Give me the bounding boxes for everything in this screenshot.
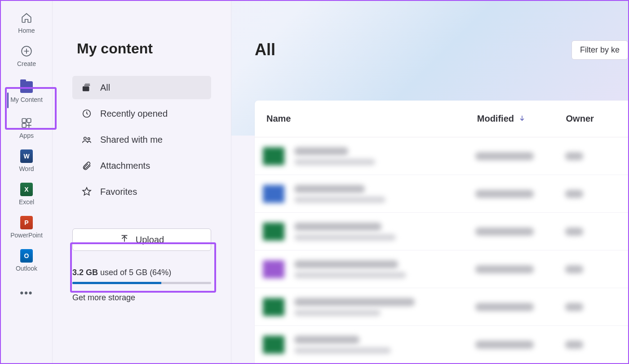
nav-recent-label: Recently opened	[100, 109, 168, 119]
rail-word[interactable]: W Word	[1, 145, 52, 178]
nav-all[interactable]: All	[72, 76, 211, 99]
row-name-cell	[284, 336, 475, 354]
row-owner-cell	[565, 265, 628, 273]
nav-recently-opened[interactable]: Recently opened	[72, 102, 211, 125]
document-type-icon	[263, 260, 284, 278]
table-row[interactable]	[255, 288, 628, 326]
svg-point-5	[84, 137, 87, 140]
storage-total: 5 GB	[129, 268, 147, 277]
rail-apps-label: Apps	[19, 132, 34, 139]
ellipsis-icon: •••	[20, 287, 33, 299]
nav-shared-label: Shared with me	[100, 135, 163, 145]
row-owner-cell	[565, 303, 628, 311]
rail-my-content[interactable]: My Content	[1, 73, 52, 111]
row-modified-cell	[475, 265, 565, 273]
rail-create-label: Create	[17, 60, 36, 67]
row-modified-cell	[475, 152, 565, 160]
storage-used: 3.2 GB	[72, 268, 98, 277]
people-icon	[81, 134, 92, 145]
upload-button[interactable]: Upload	[72, 228, 211, 251]
sidebar-title: My content	[63, 40, 220, 57]
nav-favorites-label: Favorites	[100, 187, 137, 197]
storage-percent: (64%)	[150, 268, 171, 277]
main-content: All Filter by ke Name Modified Owner	[231, 1, 628, 363]
row-owner-cell	[565, 341, 628, 349]
rail-apps[interactable]: Apps	[1, 111, 52, 145]
powerpoint-app-icon: P	[20, 216, 33, 229]
nav-favorites[interactable]: Favorites	[72, 180, 211, 203]
upload-arrow-icon	[120, 234, 129, 246]
home-icon	[20, 12, 33, 24]
document-type-icon	[263, 147, 284, 165]
column-modified-label: Modified	[477, 114, 514, 124]
content-sidebar: My content All Recently opened Shared wi…	[53, 1, 231, 363]
file-table: Name Modified Owner	[255, 101, 628, 363]
rail-active-indicator	[7, 92, 9, 108]
apps-icon	[20, 117, 33, 129]
table-row[interactable]	[255, 326, 628, 363]
excel-app-icon: X	[20, 183, 33, 196]
row-name-cell	[284, 298, 475, 316]
table-row[interactable]	[255, 213, 628, 250]
row-owner-cell	[565, 152, 628, 160]
svg-rect-2	[27, 118, 31, 123]
document-type-icon	[263, 185, 284, 203]
storage-section: 3.2 GB used of 5 GB (64%) Get more stora…	[63, 268, 220, 303]
table-row[interactable]	[255, 137, 628, 175]
plus-circle-icon	[20, 45, 33, 57]
column-owner[interactable]: Owner	[566, 114, 628, 124]
rail-create[interactable]: Create	[1, 39, 52, 73]
row-modified-cell	[475, 228, 565, 236]
attachment-icon	[81, 160, 92, 171]
storage-text: 3.2 GB used of 5 GB (64%)	[72, 268, 211, 277]
document-type-icon	[263, 298, 284, 316]
row-modified-cell	[475, 341, 565, 349]
svg-point-6	[88, 138, 90, 140]
folder-icon	[20, 81, 33, 93]
storage-progress	[72, 282, 211, 284]
nav-shared-with-me[interactable]: Shared with me	[72, 128, 211, 151]
row-owner-cell	[565, 190, 628, 198]
rail-excel[interactable]: X Excel	[1, 178, 52, 211]
document-type-icon	[263, 223, 284, 241]
nav-all-label: All	[100, 83, 110, 93]
filter-button[interactable]: Filter by ke	[571, 40, 628, 60]
upload-button-label: Upload	[136, 235, 164, 245]
storage-progress-fill	[72, 282, 161, 284]
row-name-cell	[284, 147, 475, 165]
nav-attachments-label: Attachments	[100, 161, 150, 171]
stack-icon	[81, 82, 92, 93]
rail-outlook-label: Outlook	[16, 265, 37, 272]
rail-powerpoint-label: PowerPoint	[10, 232, 43, 239]
rail-powerpoint[interactable]: P PowerPoint	[1, 211, 52, 244]
document-type-icon	[263, 336, 284, 354]
sort-descending-icon	[518, 114, 526, 124]
app-rail: Home Create My Content Apps W Word X Ex	[1, 1, 53, 363]
svg-rect-1	[22, 118, 26, 123]
rail-word-label: Word	[19, 165, 34, 172]
row-name-cell	[284, 185, 475, 203]
row-name-cell	[284, 260, 475, 278]
outlook-app-icon: O	[20, 250, 33, 262]
rail-outlook[interactable]: O Outlook	[1, 244, 52, 277]
clock-icon	[81, 108, 92, 119]
star-icon	[81, 186, 92, 197]
word-app-icon: W	[20, 150, 33, 162]
rail-home-label: Home	[18, 27, 35, 34]
row-owner-cell	[565, 228, 628, 236]
column-name[interactable]: Name	[255, 114, 477, 124]
main-heading: All	[255, 40, 275, 59]
column-modified[interactable]: Modified	[477, 114, 566, 124]
row-modified-cell	[475, 190, 565, 198]
table-row[interactable]	[255, 250, 628, 288]
storage-used-of: used of	[98, 268, 129, 277]
sidebar-nav: All Recently opened Shared with me Attac…	[63, 76, 220, 203]
rail-more[interactable]: •••	[1, 282, 52, 304]
rail-home[interactable]: Home	[1, 6, 52, 39]
svg-rect-3	[22, 123, 26, 127]
rail-excel-label: Excel	[19, 198, 34, 206]
nav-attachments[interactable]: Attachments	[72, 154, 211, 177]
table-header: Name Modified Owner	[255, 101, 628, 137]
get-more-storage-link[interactable]: Get more storage	[72, 293, 211, 303]
table-row[interactable]	[255, 175, 628, 213]
